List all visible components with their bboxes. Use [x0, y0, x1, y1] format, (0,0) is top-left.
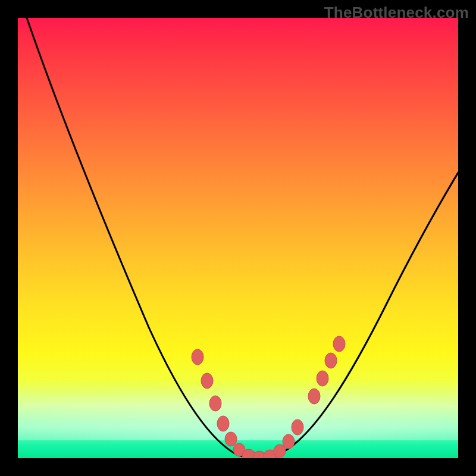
plot-background-gradient — [18, 18, 458, 458]
marker-dot — [192, 349, 203, 365]
marker-dot — [292, 419, 303, 435]
marker-dot — [225, 432, 237, 446]
marker-dot — [283, 434, 295, 449]
bottleneck-curve-path — [27, 18, 458, 458]
marker-group — [192, 336, 345, 458]
marker-dot — [308, 389, 320, 404]
marker-dot — [201, 373, 213, 389]
marker-dot — [274, 444, 286, 458]
chart-svg — [18, 18, 458, 458]
marker-dot — [217, 416, 229, 431]
marker-dot — [209, 396, 221, 411]
marker-dot — [317, 371, 328, 386]
marker-dot — [325, 353, 337, 368]
marker-dot — [333, 336, 345, 352]
chart-frame: TheBottleneck.com — [0, 0, 476, 476]
